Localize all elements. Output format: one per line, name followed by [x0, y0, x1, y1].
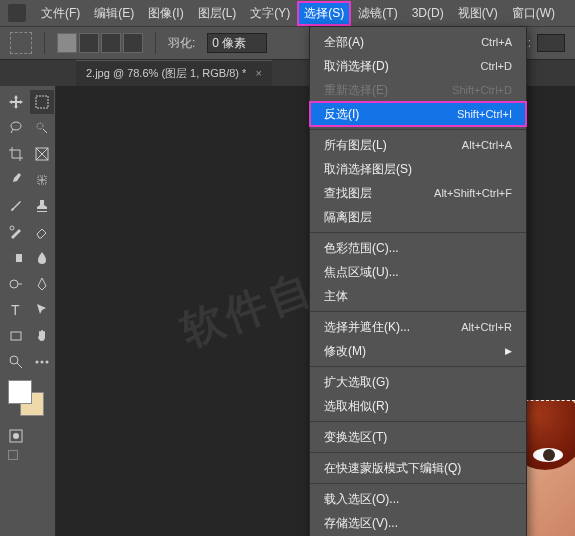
foreground-color-swatch[interactable] [8, 380, 32, 404]
menu-item[interactable]: 扩大选取(G) [310, 370, 526, 394]
svg-point-5 [10, 226, 14, 230]
healing-tool[interactable] [30, 168, 54, 192]
selection-new-button[interactable] [57, 33, 77, 53]
menu-item[interactable]: 取消选择图层(S) [310, 157, 526, 181]
menu-item-label: 变换选区(T) [324, 429, 387, 446]
marquee-tool[interactable] [30, 90, 54, 114]
menu-3d[interactable]: 3D(D) [405, 2, 451, 24]
hand-tool[interactable] [30, 324, 54, 348]
menu-item-label: 存储选区(V)... [324, 515, 398, 532]
menu-item-label: 选择并遮住(K)... [324, 319, 410, 336]
crop-tool[interactable] [4, 142, 28, 166]
close-icon[interactable]: × [255, 67, 261, 79]
menu-item-label: 选取相似(R) [324, 398, 389, 415]
rectangle-tool[interactable] [4, 324, 28, 348]
menu-separator [310, 232, 526, 233]
menu-edit[interactable]: 编辑(E) [87, 1, 141, 26]
menu-item[interactable]: 主体 [310, 284, 526, 308]
menu-item[interactable]: 色彩范围(C)... [310, 236, 526, 260]
menu-item[interactable]: 隔离图层 [310, 205, 526, 229]
feather-label: 羽化: [168, 35, 195, 52]
menu-item-shortcut: Ctrl+A [481, 36, 512, 48]
blur-tool[interactable] [30, 246, 54, 270]
menu-image[interactable]: 图像(I) [141, 1, 190, 26]
feather-input[interactable] [207, 33, 267, 53]
svg-point-12 [36, 361, 39, 364]
menu-item[interactable]: 查找图层Alt+Shift+Ctrl+F [310, 181, 526, 205]
svg-point-2 [37, 123, 43, 129]
svg-point-1 [11, 122, 21, 130]
svg-point-16 [13, 433, 19, 439]
document-tab-title: 2.jpg @ 78.6% (图层 1, RGB/8) * [86, 67, 246, 79]
width-input[interactable] [537, 34, 565, 52]
frame-tool[interactable] [30, 142, 54, 166]
document-tab[interactable]: 2.jpg @ 78.6% (图层 1, RGB/8) * × [76, 60, 272, 86]
menu-item[interactable]: 变换选区(T) [310, 425, 526, 449]
svg-point-8 [10, 280, 18, 288]
gradient-tool[interactable] [4, 246, 28, 270]
menu-item[interactable]: 全部(A)Ctrl+A [310, 30, 526, 54]
menu-item[interactable]: 选取相似(R) [310, 394, 526, 418]
menu-item[interactable]: 反选(I)Shift+Ctrl+I [310, 102, 526, 126]
separator [44, 32, 45, 54]
menu-item[interactable]: 所有图层(L)Alt+Ctrl+A [310, 133, 526, 157]
svg-point-14 [46, 361, 49, 364]
menu-item[interactable]: 在快速蒙版模式下编辑(Q) [310, 456, 526, 480]
menu-item-label: 所有图层(L) [324, 137, 387, 154]
selection-intersect-button[interactable] [123, 33, 143, 53]
menu-separator [310, 452, 526, 453]
eraser-tool[interactable] [30, 220, 54, 244]
menu-item[interactable]: 焦点区域(U)... [310, 260, 526, 284]
lasso-tool[interactable] [4, 116, 28, 140]
menu-item-label: 重新选择(E) [324, 82, 388, 99]
submenu-arrow-icon: ▶ [505, 346, 512, 356]
menu-item-shortcut: Alt+Ctrl+R [461, 321, 512, 333]
move-tool[interactable] [4, 90, 28, 114]
menu-item-label: 焦点区域(U)... [324, 264, 399, 281]
zoom-tool[interactable] [4, 350, 28, 374]
screen-mode[interactable] [4, 450, 54, 460]
svg-text:T: T [11, 302, 20, 318]
edit-toolbar[interactable] [30, 350, 54, 374]
separator [155, 32, 156, 54]
menu-item-label: 修改(M) [324, 343, 366, 360]
menu-item-label: 反选(I) [324, 106, 359, 123]
menu-item-label: 扩大选取(G) [324, 374, 389, 391]
menu-filter[interactable]: 滤镜(T) [351, 1, 404, 26]
svg-point-11 [10, 356, 18, 364]
menu-item-label: 查找图层 [324, 185, 372, 202]
eyedropper-tool[interactable] [4, 168, 28, 192]
menu-separator [310, 483, 526, 484]
menu-item-label: 色彩范围(C)... [324, 240, 399, 257]
selection-add-button[interactable] [79, 33, 99, 53]
menu-item[interactable]: 选择并遮住(K)...Alt+Ctrl+R [310, 315, 526, 339]
menu-item-label: 主体 [324, 288, 348, 305]
menu-separator [310, 366, 526, 367]
svg-rect-7 [10, 254, 16, 262]
menu-item-shortcut: Alt+Shift+Ctrl+F [434, 187, 512, 199]
type-tool[interactable]: T [4, 298, 28, 322]
menu-item[interactable]: 修改(M)▶ [310, 339, 526, 363]
stamp-tool[interactable] [30, 194, 54, 218]
brush-tool[interactable] [4, 194, 28, 218]
path-select-tool[interactable] [30, 298, 54, 322]
menu-view[interactable]: 视图(V) [451, 1, 505, 26]
pen-tool[interactable] [30, 272, 54, 296]
color-swatches [4, 380, 54, 422]
quick-select-tool[interactable] [30, 116, 54, 140]
quick-mask-tool[interactable] [4, 424, 28, 448]
menu-item[interactable]: 存储选区(V)... [310, 511, 526, 535]
menu-item[interactable]: 载入选区(O)... [310, 487, 526, 511]
history-brush-tool[interactable] [4, 220, 28, 244]
menu-item[interactable]: 取消选择(D)Ctrl+D [310, 54, 526, 78]
menu-item-label: 在快速蒙版模式下编辑(Q) [324, 460, 461, 477]
menu-file[interactable]: 文件(F) [34, 1, 87, 26]
dodge-tool[interactable] [4, 272, 28, 296]
selection-subtract-button[interactable] [101, 33, 121, 53]
select-menu-dropdown: 全部(A)Ctrl+A取消选择(D)Ctrl+D重新选择(E)Shift+Ctr… [309, 26, 527, 536]
menu-layer[interactable]: 图层(L) [191, 1, 244, 26]
menu-type[interactable]: 文字(Y) [243, 1, 297, 26]
menu-window[interactable]: 窗口(W) [505, 1, 562, 26]
current-tool-icon[interactable] [10, 32, 32, 54]
menu-select[interactable]: 选择(S) [297, 1, 351, 26]
